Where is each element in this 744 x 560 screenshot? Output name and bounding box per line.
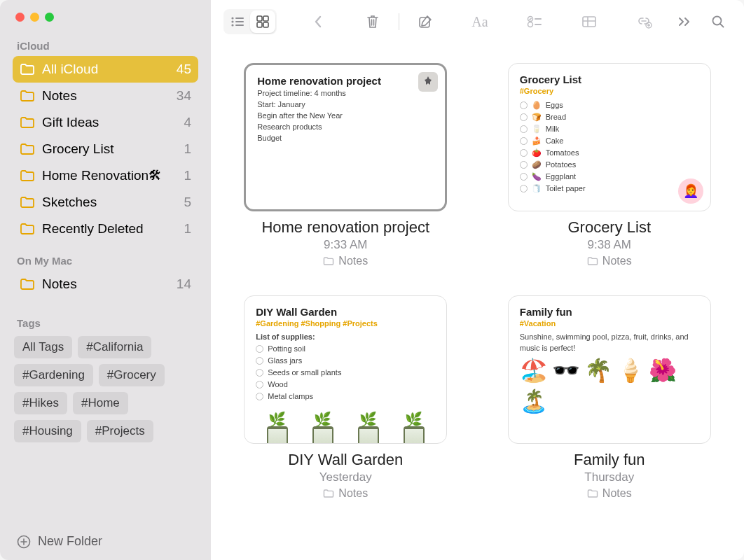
sticker-icon: 🌴: [584, 357, 612, 384]
tag-pill[interactable]: All Tags: [14, 336, 72, 358]
note-meta-folder-label: Notes: [602, 487, 632, 500]
new-folder-button[interactable]: New Folder: [13, 523, 198, 560]
svg-rect-10: [263, 22, 268, 27]
folder-icon: [20, 90, 35, 102]
checklist-text: Bread: [546, 111, 566, 123]
note-card[interactable]: Family fun#VacationSunshine, swimming po…: [508, 295, 711, 444]
note-card[interactable]: DIY Wall Garden#Gardening #Shopping #Pro…: [244, 295, 447, 444]
note-title: Home renovation project: [257, 75, 434, 87]
sticker-icon: 🍦: [616, 357, 645, 384]
note-body-line: Sunshine, swimming pool, pizza, fruit, d…: [520, 332, 699, 354]
note-card-wrap: Home renovation projectProject timeline:…: [236, 63, 455, 267]
folder-icon: [323, 256, 334, 266]
note-card-wrap: Family fun#VacationSunshine, swimming po…: [500, 295, 719, 500]
format-button[interactable]: Aa: [467, 9, 493, 34]
folder-icon: [20, 169, 35, 182]
folder-count: 1: [184, 221, 191, 237]
svg-rect-13: [535, 18, 542, 20]
checklist-text: Glass jars: [268, 355, 302, 367]
sidebar-folder[interactable]: Home Renovation🛠1: [13, 162, 198, 189]
checklist-text: Seeds or small plants: [268, 367, 341, 379]
folder-name: Recently Deleted: [42, 221, 177, 237]
tag-pill[interactable]: #Home: [73, 392, 128, 414]
checklist-text: Toilet paper: [546, 183, 586, 195]
folder-name: Sketches: [42, 195, 177, 210]
tag-pill[interactable]: #Gardening: [14, 364, 93, 386]
folder-count: 45: [177, 62, 191, 77]
checklist-emoji: 🍆: [532, 171, 542, 183]
shared-avatar: 👩‍🦰: [678, 178, 703, 204]
note-meta-folder: Notes: [567, 255, 651, 267]
folder-icon: [20, 116, 35, 129]
note-meta-folder: Notes: [288, 487, 403, 500]
checklist-text: Eggs: [546, 99, 563, 111]
chevron-double-right-icon: [677, 16, 691, 27]
svg-rect-7: [257, 16, 262, 21]
sidebar-folder[interactable]: Grocery List1: [13, 136, 198, 162]
checklist-item: Potting soil: [256, 343, 435, 355]
sidebar-folder[interactable]: Recently Deleted1: [13, 216, 198, 242]
grid-icon: [256, 15, 269, 28]
toolbar-divider: [399, 13, 399, 30]
note-meta-folder-label: Notes: [338, 255, 368, 267]
note-title: DIY Wall Garden: [256, 306, 435, 318]
svg-rect-4: [235, 18, 244, 19]
tag-pill[interactable]: #Housing: [14, 420, 81, 442]
sticker-icon: 🕶️: [552, 357, 580, 384]
compose-button[interactable]: [412, 9, 439, 34]
folder-icon: [587, 489, 598, 498]
sidebar-folder[interactable]: Notes14: [13, 271, 198, 298]
note-card[interactable]: Home renovation projectProject timeline:…: [244, 63, 447, 211]
search-button[interactable]: [705, 9, 731, 34]
note-card-wrap: Grocery List#Grocery🥚Eggs🍞Bread🥛Milk🍰Cak…: [500, 63, 719, 267]
close-window-button[interactable]: [15, 13, 25, 22]
note-meta-title: DIY Wall Garden: [288, 451, 403, 469]
sticker-icon: 🏝️: [520, 388, 548, 414]
folder-icon: [20, 223, 35, 235]
checklist-item: Glass jars: [256, 355, 435, 367]
svg-rect-5: [235, 21, 244, 22]
checklist-item: 🥔Potatoes: [520, 159, 699, 171]
checklist-item: 🧻Toilet paper: [520, 183, 699, 195]
checklist-button[interactable]: [521, 9, 548, 34]
note-card[interactable]: Grocery List#Grocery🥚Eggs🍞Bread🥛Milk🍰Cak…: [508, 63, 711, 211]
sidebar-folder[interactable]: Sketches5: [13, 189, 198, 216]
checklist-text: Potatoes: [546, 159, 576, 171]
checklist-emoji: 🥛: [532, 123, 542, 135]
note-meta-title: Home renovation project: [261, 218, 429, 237]
window-controls: [13, 0, 198, 40]
folder-icon: [20, 278, 35, 290]
note-body-line: Budget: [257, 133, 434, 144]
tag-pill[interactable]: #Grocery: [99, 364, 165, 386]
new-folder-label: New Folder: [38, 534, 102, 549]
table-button[interactable]: [576, 9, 602, 34]
trash-icon: [366, 14, 380, 29]
note-meta: DIY Wall GardenYesterdayNotes: [288, 451, 403, 500]
checklist-text: Potting soil: [268, 343, 305, 355]
checklist-text: Cake: [546, 135, 564, 147]
tags-section-label: Tags: [13, 317, 198, 333]
sidebar: iCloudAll iCloud45Notes34Gift Ideas4Groc…: [0, 0, 211, 560]
checklist-item: 🍆Eggplant: [520, 171, 699, 183]
back-button[interactable]: [305, 9, 331, 34]
folder-name: Gift Ideas: [42, 115, 177, 130]
plus-circle-icon: [17, 535, 31, 549]
main-content: Aa Home renovation projectProject timeli…: [211, 0, 744, 560]
checklist-emoji: 🍅: [532, 147, 542, 159]
more-button[interactable]: [671, 9, 698, 34]
tag-pill[interactable]: #California: [78, 336, 151, 358]
sidebar-folder[interactable]: Notes34: [13, 83, 198, 109]
list-view-button[interactable]: [225, 10, 250, 33]
sidebar-folder[interactable]: Gift Ideas4: [13, 109, 198, 136]
gallery-view-button[interactable]: [250, 10, 275, 33]
sidebar-folder[interactable]: All iCloud45: [13, 56, 198, 83]
tag-pill[interactable]: #Hikes: [14, 392, 67, 414]
note-meta: Family funThursdayNotes: [574, 451, 645, 500]
zoom-window-button[interactable]: [45, 13, 54, 22]
delete-button[interactable]: [359, 9, 386, 34]
svg-rect-6: [235, 24, 244, 26]
link-button[interactable]: [631, 9, 657, 34]
tag-pill[interactable]: #Projects: [87, 420, 153, 442]
minimize-window-button[interactable]: [30, 13, 39, 22]
svg-point-14: [528, 22, 533, 27]
